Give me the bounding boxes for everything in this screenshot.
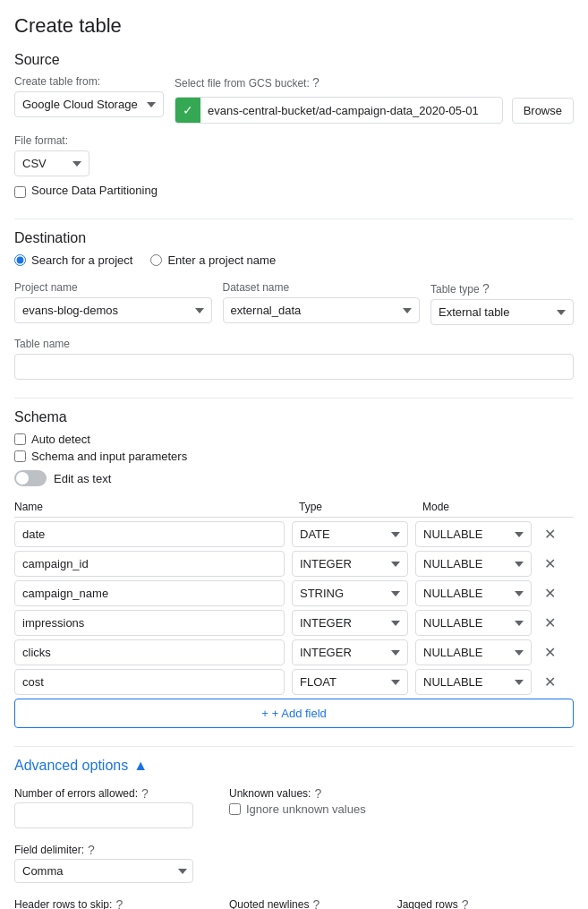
schema-name-input[interactable]: [14, 669, 285, 695]
radio-group: Search for a project Enter a project nam…: [14, 253, 574, 270]
schema-name-input[interactable]: [14, 639, 285, 665]
field-delimiter-help-icon: ?: [88, 843, 95, 857]
destination-section: Destination Search for a project Enter a…: [14, 230, 574, 380]
schema-name-input[interactable]: [14, 521, 285, 547]
header-rows-label: Header rows to skip: ?: [14, 897, 193, 909]
source-partitioning-label[interactable]: Source Data Partitioning: [31, 184, 158, 197]
dataset-name-label: Dataset name: [223, 281, 421, 294]
project-name-select[interactable]: evans-blog-demos: [14, 297, 212, 323]
select-file-label: Select file from GCS bucket: ?: [175, 75, 574, 90]
schema-title: Schema: [14, 409, 574, 425]
schema-mode-select[interactable]: NULLABLEREQUIREDREPEATED: [415, 610, 532, 636]
unknown-values-label: Unknown values: ?: [229, 786, 366, 801]
edit-as-text-row: Edit as text: [14, 470, 574, 486]
field-delimiter-col: Field delimiter: ? Comma Tab Pipe Custom: [14, 843, 574, 883]
radio-enter-label[interactable]: Enter a project name: [150, 253, 276, 267]
source-title: Source: [14, 52, 574, 68]
advanced-row3: Header rows to skip: ? 0 Quoted newlines…: [14, 897, 574, 909]
ignore-unknown-checkbox[interactable]: [229, 803, 241, 815]
errors-allowed-col: Number of errors allowed: ? 0: [14, 786, 193, 828]
schema-input-label[interactable]: Schema and input parameters: [14, 450, 574, 463]
header-rows-help-icon: ?: [115, 897, 123, 909]
table-type-help-icon: ?: [482, 281, 490, 296]
schema-header: Name Type Mode: [14, 497, 574, 518]
unknown-values-help-icon: ?: [314, 786, 321, 801]
schema-delete-button[interactable]: ✕: [539, 524, 560, 545]
auto-detect-label[interactable]: Auto detect: [14, 433, 574, 446]
edit-as-text-toggle[interactable]: [14, 470, 47, 486]
browse-button[interactable]: Browse: [512, 98, 574, 124]
header-rows-col: Header rows to skip: ? 0: [14, 897, 193, 909]
table-type-select[interactable]: External table Native table: [430, 299, 574, 325]
schema-type-select[interactable]: DATEINTEGERSTRINGFLOATBOOLEANRECORDBYTES…: [292, 551, 408, 577]
schema-mode-select[interactable]: NULLABLEREQUIREDREPEATED: [415, 669, 532, 695]
table-name-label: Table name: [14, 338, 574, 350]
schema-type-select[interactable]: DATEINTEGERSTRINGFLOATBOOLEANRECORDBYTES…: [292, 669, 408, 695]
dataset-name-select[interactable]: external_data: [223, 297, 421, 323]
divider-1: [14, 219, 574, 219]
radio-enter[interactable]: [150, 254, 162, 266]
chevron-up-icon: ▲: [133, 758, 148, 774]
table-name-input[interactable]: external_csv_campaign_data: [14, 354, 574, 380]
destination-title: Destination: [14, 230, 574, 246]
errors-allowed-input[interactable]: 0: [14, 802, 193, 828]
schema-delete-button[interactable]: ✕: [539, 583, 560, 604]
advanced-toggle-button[interactable]: Advanced options ▲: [14, 758, 148, 774]
edit-as-text-label: Edit as text: [54, 472, 111, 485]
schema-rows-container: DATEINTEGERSTRINGFLOATBOOLEANRECORDBYTES…: [14, 521, 574, 695]
schema-type-select[interactable]: DATEINTEGERSTRINGFLOATBOOLEANRECORDBYTES…: [292, 580, 408, 606]
create-table-from-label: Create table from:: [14, 75, 164, 88]
quoted-newlines-col: Quoted newlines ? Allow quoted newlines: [229, 897, 362, 909]
schema-row: DATEINTEGERSTRINGFLOATBOOLEANRECORDBYTES…: [14, 580, 574, 606]
advanced-toggle-label: Advanced options: [14, 758, 128, 774]
project-name-label: Project name: [14, 281, 212, 294]
jagged-rows-help-icon: ?: [462, 897, 469, 909]
field-delimiter-select[interactable]: Comma Tab Pipe Custom: [14, 859, 193, 883]
errors-allowed-label: Number of errors allowed: ?: [14, 786, 193, 801]
file-format-label: File format:: [14, 134, 89, 147]
radio-search-label[interactable]: Search for a project: [14, 253, 132, 267]
schema-row: DATEINTEGERSTRINGFLOATBOOLEANRECORDBYTES…: [14, 521, 574, 547]
table-type-label: Table type ?: [430, 281, 574, 296]
radio-search[interactable]: [14, 254, 26, 266]
ignore-unknown-label[interactable]: Ignore unknown values: [229, 802, 366, 816]
gcs-path: evans-central-bucket/ad-campaign-data_20…: [200, 99, 502, 123]
schema-delete-button[interactable]: ✕: [539, 613, 560, 633]
schema-delete-button[interactable]: ✕: [539, 642, 560, 663]
page-title: Create table: [14, 14, 574, 38]
schema-type-select[interactable]: DATEINTEGERSTRINGFLOATBOOLEANRECORDBYTES…: [292, 639, 408, 665]
gcs-check-icon: ✓: [175, 98, 200, 123]
gcs-file-row: ✓ evans-central-bucket/ad-campaign-data_…: [175, 97, 574, 124]
schema-mode-select[interactable]: NULLABLEREQUIREDREPEATED: [415, 551, 532, 577]
schema-delete-button[interactable]: ✕: [539, 672, 560, 692]
add-field-button[interactable]: + + Add field: [14, 699, 574, 728]
schema-mode-select[interactable]: NULLABLEREQUIREDREPEATED: [415, 521, 532, 547]
select-file-help-icon: ?: [312, 75, 320, 90]
schema-row: DATEINTEGERSTRINGFLOATBOOLEANRECORDBYTES…: [14, 639, 574, 665]
schema-mode-select[interactable]: NULLABLEREQUIREDREPEATED: [415, 580, 532, 606]
schema-name-input[interactable]: [14, 580, 285, 606]
schema-mode-select[interactable]: NULLABLEREQUIREDREPEATED: [415, 639, 532, 665]
schema-type-select[interactable]: DATEINTEGERSTRINGFLOATBOOLEANRECORDBYTES…: [292, 610, 408, 636]
quoted-newlines-help-icon: ?: [312, 897, 320, 909]
schema-delete-button[interactable]: ✕: [539, 553, 560, 574]
schema-name-input[interactable]: [14, 610, 285, 636]
auto-detect-checkbox[interactable]: [14, 433, 26, 445]
jagged-rows-col: Jagged rows ? Allow jagged rows: [397, 897, 508, 909]
add-field-label: + Add field: [272, 707, 327, 720]
schema-col-name-header: Name: [14, 501, 292, 513]
quoted-newlines-label: Quoted newlines ?: [229, 897, 362, 909]
schema-row: DATEINTEGERSTRINGFLOATBOOLEANRECORDBYTES…: [14, 610, 574, 636]
source-section: Source Create table from: Google Cloud S…: [14, 52, 574, 201]
schema-type-select[interactable]: DATEINTEGERSTRINGFLOATBOOLEANRECORDBYTES…: [292, 521, 408, 547]
divider-2: [14, 398, 574, 399]
schema-name-input[interactable]: [14, 551, 285, 577]
file-format-select[interactable]: CSV JSON Avro Parquet ORC: [14, 150, 89, 176]
source-partitioning-checkbox[interactable]: [14, 186, 26, 198]
schema-row: DATEINTEGERSTRINGFLOATBOOLEANRECORDBYTES…: [14, 669, 574, 695]
errors-help-icon: ?: [141, 786, 149, 801]
source-partitioning-row: Source Data Partitioning: [14, 184, 574, 201]
schema-input-checkbox[interactable]: [14, 450, 26, 462]
create-table-from-select[interactable]: Google Cloud Storage Upload Drive Bigtab…: [14, 91, 164, 117]
advanced-content: Number of errors allowed: ? 0 Unknown va…: [14, 786, 574, 909]
